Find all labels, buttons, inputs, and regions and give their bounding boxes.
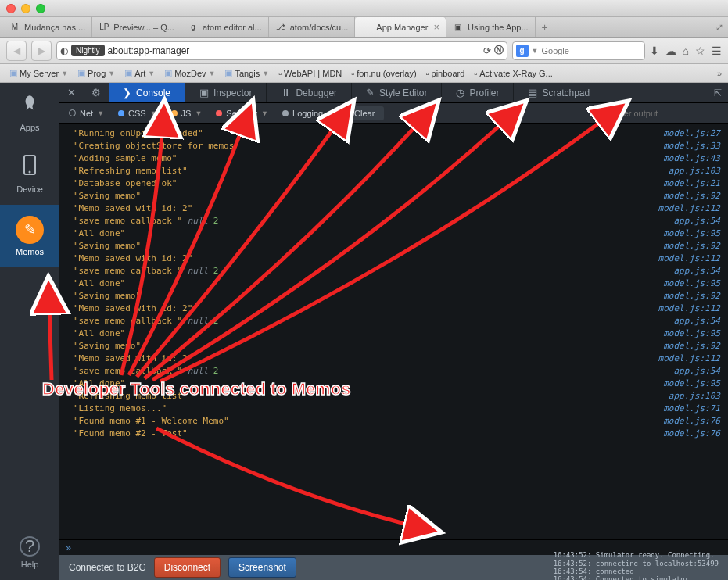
url-text[interactable]: about:app-manager bbox=[108, 45, 480, 56]
screenshot-button[interactable]: Screenshot bbox=[228, 557, 296, 578]
console-prompt-icon: » bbox=[66, 542, 71, 553]
reload-icon[interactable]: ⟳ bbox=[483, 45, 491, 56]
log-source-link[interactable]: model.js:76 bbox=[657, 416, 720, 426]
devtools-tabs: ✕ ⚙ ❯Console ▣Inspector ⏸Debugger ✎Style… bbox=[59, 83, 728, 103]
bookmark-item[interactable]: ▫fon.nu (overlay) bbox=[348, 67, 419, 80]
log-source-link[interactable]: app.js:54 bbox=[667, 366, 720, 376]
sidebar-item-memos[interactable]: ✎ Memos bbox=[0, 205, 59, 267]
zoom-window-button[interactable] bbox=[36, 4, 45, 13]
log-source-link[interactable]: app.js:103 bbox=[662, 166, 720, 176]
bookmark-label: Activate X-Ray G... bbox=[479, 69, 553, 78]
tab-debugger[interactable]: ⏸Debugger bbox=[267, 83, 352, 102]
browser-tab[interactable]: MMudança nas ... bbox=[3, 17, 92, 37]
log-message: "Adding sample memo" bbox=[74, 153, 657, 163]
tab-profiler[interactable]: ◷Profiler bbox=[442, 83, 514, 102]
filter-output-input[interactable] bbox=[612, 109, 722, 118]
log-source-link[interactable]: app.js:54 bbox=[667, 266, 720, 276]
bookmark-label: WebAPI | MDN bbox=[284, 69, 342, 78]
close-devtools-icon[interactable]: ✕ bbox=[59, 83, 84, 102]
log-source-link[interactable]: app.js:54 bbox=[667, 216, 720, 226]
settings-gear-icon[interactable]: ⚙ bbox=[84, 83, 109, 102]
bookmark-item[interactable]: ▫Activate X-Ray G... bbox=[471, 67, 555, 80]
tab-console[interactable]: ❯Console bbox=[109, 83, 185, 102]
bookmark-item[interactable]: ▫WebAPI | MDN bbox=[275, 67, 345, 80]
console-output[interactable]: "Running onUpgradeNeeded"model.js:27"Cre… bbox=[59, 124, 728, 539]
console-log-line: "Found memo #1 - Welcome Memo"model.js:7… bbox=[59, 414, 728, 427]
menu-icon[interactable]: ☰ bbox=[712, 45, 722, 57]
close-window-button[interactable] bbox=[6, 4, 16, 13]
log-source-link[interactable]: model.js:92 bbox=[657, 341, 720, 351]
browser-tab[interactable]: gatom editor al... bbox=[181, 17, 269, 37]
forward-button[interactable]: ▶ bbox=[31, 41, 52, 61]
sidebar-item-help[interactable]: ? Help bbox=[20, 525, 40, 580]
home-icon[interactable]: ⌂ bbox=[683, 45, 689, 57]
back-button[interactable]: ◀ bbox=[6, 41, 27, 61]
bookmark-star-icon[interactable]: ☆ bbox=[695, 45, 705, 57]
log-source-link[interactable]: model.js:33 bbox=[657, 141, 720, 151]
log-source-link[interactable]: model.js:112 bbox=[652, 203, 720, 213]
clear-button[interactable]: Clear bbox=[345, 106, 384, 120]
log-source-link[interactable]: model.js:95 bbox=[657, 228, 720, 238]
log-source-link[interactable]: model.js:27 bbox=[657, 128, 720, 138]
log-source-link[interactable]: model.js:92 bbox=[657, 191, 720, 201]
filter-logging[interactable]: Logging▼ bbox=[279, 109, 337, 118]
filter-net[interactable]: Net▼ bbox=[66, 109, 107, 118]
log-source-link[interactable]: model.js:43 bbox=[657, 153, 720, 163]
browser-tab-strip: MMudança nas ...LPPreview... – Q...gatom… bbox=[0, 17, 728, 38]
search-engine-icon[interactable]: g bbox=[516, 45, 529, 57]
log-source-link[interactable]: app.js:103 bbox=[662, 391, 720, 401]
log-source-link[interactable]: model.js:112 bbox=[652, 253, 720, 263]
filter-css[interactable]: CSS▼ bbox=[115, 109, 160, 118]
search-input[interactable] bbox=[541, 46, 619, 55]
reader-icon[interactable]: Ⓝ bbox=[494, 44, 504, 57]
bookmark-item[interactable]: ▣Art▼ bbox=[121, 66, 158, 80]
log-source-link[interactable]: model.js:21 bbox=[657, 178, 720, 188]
log-source-link[interactable]: model.js:92 bbox=[657, 241, 720, 251]
bookmark-item[interactable]: ▣Prog▼ bbox=[74, 66, 118, 80]
cloud-icon[interactable]: ☁ bbox=[665, 45, 676, 57]
browser-tab[interactable]: ▣Using the App... bbox=[446, 17, 536, 37]
log-source-link[interactable]: model.js:76 bbox=[657, 428, 720, 439]
bookmark-item[interactable]: ▣MozDev▼ bbox=[161, 66, 218, 80]
log-source-link[interactable]: model.js:71 bbox=[657, 403, 720, 414]
browser-tab[interactable]: ⎇atom/docs/cu... bbox=[269, 17, 356, 37]
log-source-link[interactable]: app.js:54 bbox=[667, 316, 720, 326]
filter-security[interactable]: Security▼ bbox=[213, 109, 271, 118]
address-bar[interactable]: ◐ Nightly about:app-manager ⟳ Ⓝ bbox=[56, 41, 507, 60]
minimize-window-button[interactable] bbox=[21, 4, 30, 13]
download-icon[interactable]: ⬇ bbox=[650, 45, 659, 57]
tab-style-editor[interactable]: ✎Style Editor bbox=[352, 83, 442, 102]
tab-inspector[interactable]: ▣Inspector bbox=[185, 83, 267, 102]
log-source-link[interactable]: model.js:112 bbox=[652, 303, 720, 313]
bookmarks-overflow-icon[interactable]: » bbox=[717, 69, 722, 78]
sidebar-item-apps[interactable]: Apps bbox=[0, 83, 59, 143]
tab-label: atom/docs/cu... bbox=[290, 23, 349, 32]
page-icon: ▫ bbox=[351, 69, 354, 78]
dock-side-icon[interactable]: ⇱ bbox=[708, 83, 728, 102]
new-tab-button[interactable]: + bbox=[536, 17, 554, 37]
log-source-link[interactable]: model.js:92 bbox=[657, 291, 720, 301]
bookmark-item[interactable]: ▣My Server▼ bbox=[6, 66, 71, 80]
log-source-link[interactable]: model.js:95 bbox=[657, 278, 720, 288]
simulator-log: 16:43:52: Simulator ready. Connecting. 1… bbox=[554, 551, 719, 580]
log-source-link[interactable]: model.js:112 bbox=[652, 353, 720, 363]
filter-js[interactable]: JS▼ bbox=[168, 109, 206, 118]
browser-tab[interactable]: App Manager× bbox=[355, 17, 446, 37]
bookmark-item[interactable]: ▫pinboard bbox=[423, 67, 468, 80]
bookmark-item[interactable]: ▣Tangis▼ bbox=[221, 66, 272, 80]
log-source-link[interactable]: model.js:95 bbox=[657, 378, 720, 388]
disconnect-button[interactable]: Disconnect bbox=[154, 557, 221, 578]
sidebar-item-device[interactable]: Device bbox=[0, 143, 59, 205]
bookmark-label: Prog bbox=[88, 69, 106, 78]
tab-scratchpad[interactable]: ▤Scratchpad bbox=[514, 83, 604, 102]
close-tab-icon[interactable]: × bbox=[433, 21, 439, 33]
browser-tab[interactable]: LPPreview... – Q... bbox=[92, 17, 181, 37]
console-log-line: "Saving memo"model.js:92 bbox=[59, 239, 728, 252]
fullscreen-icon[interactable]: ⤢ bbox=[711, 17, 728, 37]
bookmark-label: pinboard bbox=[432, 69, 465, 78]
search-bar[interactable]: g ▼ bbox=[512, 41, 645, 60]
log-message: "Saving memo" bbox=[74, 191, 657, 201]
identity-box[interactable]: Nightly bbox=[71, 45, 105, 56]
log-source-link[interactable]: model.js:95 bbox=[657, 328, 720, 338]
nightly-icon: ◐ bbox=[60, 45, 68, 56]
